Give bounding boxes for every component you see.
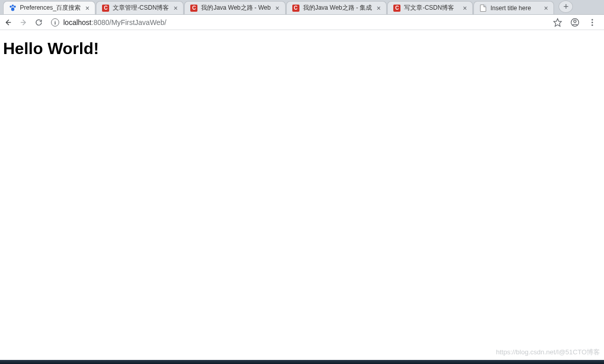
tab-close-button[interactable]: × [84, 5, 91, 12]
url-rest: :8080/MyFirstJavaWeb/ [91, 18, 166, 27]
bookmark-button[interactable] [553, 18, 562, 27]
tab-label: 我的Java Web之路 - 集成 [303, 4, 372, 12]
url-text: localhost:8080/MyFirstJavaWeb/ [63, 18, 166, 27]
csdn-icon: C [190, 4, 198, 12]
baidu-icon [9, 4, 17, 12]
tab-write-article[interactable]: C 写文章-CSDN博客 × [387, 1, 473, 14]
tab-javaweb-2[interactable]: C 我的Java Web之路 - 集成 × [286, 1, 387, 14]
svg-point-5 [11, 7, 14, 11]
nav-icons [4, 18, 43, 27]
tab-close-button[interactable]: × [375, 5, 382, 12]
arrow-right-icon [19, 18, 28, 27]
star-icon [553, 18, 562, 27]
svg-marker-6 [554, 18, 562, 26]
svg-point-9 [592, 19, 593, 20]
csdn-icon: C [102, 4, 110, 12]
more-vert-icon [588, 18, 597, 27]
tab-javaweb-1[interactable]: C 我的Java Web之路 - Web × [184, 1, 285, 14]
tab-close-button[interactable]: × [274, 5, 281, 12]
csdn-icon: C [292, 4, 300, 12]
new-tab-button[interactable]: + [559, 1, 573, 13]
forward-button[interactable] [19, 18, 28, 27]
tab-label: 写文章-CSDN博客 [404, 4, 458, 12]
svg-point-4 [14, 6, 16, 8]
reload-icon [35, 18, 43, 27]
tab-preferences[interactable]: Preferences_百度搜索 × [3, 1, 95, 14]
page-heading: Hello World! [3, 39, 601, 58]
info-icon[interactable]: i [51, 18, 59, 27]
svg-point-10 [592, 21, 593, 23]
csdn-icon: C [393, 4, 401, 12]
tab-close-button[interactable]: × [172, 5, 179, 12]
arrow-left-icon [4, 18, 12, 27]
plus-icon: + [563, 2, 569, 11]
tab-article-manage[interactable]: C 文章管理-CSDN博客 × [96, 1, 184, 14]
page-icon [479, 4, 487, 12]
tab-close-button[interactable]: × [542, 5, 549, 12]
tab-label: Preferences_百度搜索 [20, 4, 81, 12]
tab-label: Insert title here [490, 5, 539, 12]
svg-point-3 [12, 5, 14, 7]
toolbar: i localhost:8080/MyFirstJavaWeb/ [0, 15, 604, 30]
url-host: localhost [63, 18, 91, 27]
tab-strip: Preferences_百度搜索 × C 文章管理-CSDN博客 × C 我的J… [0, 0, 604, 15]
watermark-text: https://blog.csdn.net/l@51CTO博客 [496, 348, 600, 357]
menu-button[interactable] [588, 18, 597, 27]
tab-label: 文章管理-CSDN博客 [113, 4, 169, 12]
svg-point-2 [10, 6, 12, 8]
address-bar[interactable]: i localhost:8080/MyFirstJavaWeb/ [48, 17, 548, 28]
svg-point-8 [574, 20, 576, 22]
page-content: Hello World! [0, 30, 604, 67]
toolbar-right [553, 18, 599, 27]
tab-close-button[interactable]: × [461, 5, 468, 12]
back-button[interactable] [4, 18, 12, 27]
info-glyph: i [54, 19, 56, 25]
svg-point-11 [592, 24, 593, 25]
tab-insert-title[interactable]: Insert title here × [473, 1, 554, 14]
account-button[interactable] [570, 18, 580, 27]
reload-button[interactable] [35, 18, 43, 27]
account-icon [570, 17, 580, 28]
taskbar [0, 360, 604, 364]
tab-label: 我的Java Web之路 - Web [201, 4, 270, 12]
